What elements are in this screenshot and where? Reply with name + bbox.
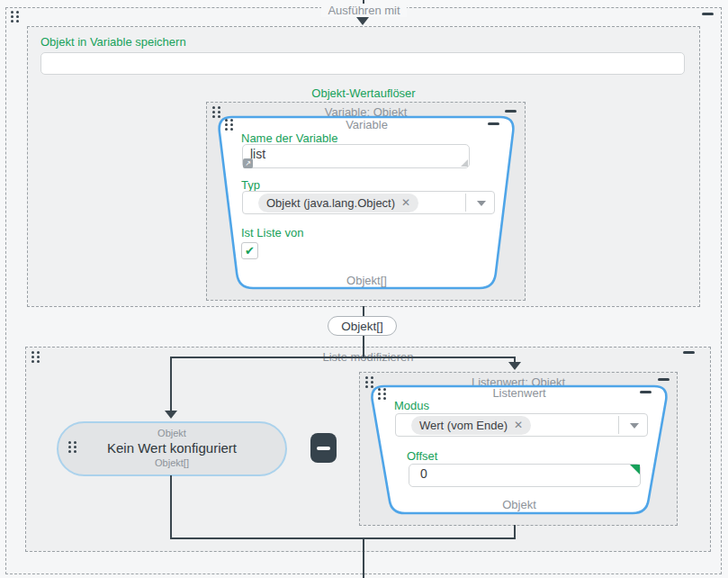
value-placeholder-slot[interactable]: Objekt Kein Wert konfiguriert Objekt[]: [57, 421, 287, 476]
connector-type-badge: Objekt[]: [328, 316, 397, 336]
remove-value-button[interactable]: [310, 433, 337, 463]
workflow-canvas: Ausführen mit Objekt in Variable speiche…: [0, 0, 728, 578]
object-resolver-label: Objekt-Wertauflöser: [28, 86, 699, 100]
remove-chip-icon[interactable]: ✕: [514, 419, 523, 431]
type-chip-label: Objekt (java.lang.Object): [266, 196, 395, 210]
minus-icon: [317, 447, 330, 450]
connector-line: [363, 538, 364, 578]
collapse-icon[interactable]: [488, 122, 499, 125]
offset-label: Offset: [407, 449, 437, 463]
chevron-down-icon[interactable]: [477, 201, 486, 206]
resize-handle-icon[interactable]: [461, 159, 468, 167]
slot-type-bottom: Objekt[]: [155, 457, 189, 470]
connector-line: [363, 336, 364, 357]
slot-message: Kein Wert konfiguriert: [107, 440, 237, 457]
is-list-label: Ist Liste von: [241, 226, 303, 239]
slot-type-top: Objekt: [157, 428, 186, 440]
expand-editor-icon[interactable]: ↗: [243, 158, 253, 168]
select-divider: [465, 194, 466, 212]
chevron-down-icon[interactable]: [630, 423, 639, 429]
collapse-icon[interactable]: [640, 391, 652, 393]
arrow-down-icon: [508, 362, 521, 370]
expression-corner-icon: [630, 465, 640, 474]
mode-label: Modus: [394, 399, 429, 412]
is-list-checkbox[interactable]: ✔: [241, 242, 258, 259]
mode-chip: Wert (vom Ende) ✕: [411, 416, 531, 435]
drag-handle-icon[interactable]: [68, 441, 76, 453]
mode-chip-label: Wert (vom Ende): [419, 419, 508, 432]
connector-line: [514, 525, 516, 538]
collapse-icon[interactable]: [683, 351, 695, 354]
connector-line: [170, 357, 516, 358]
offset-field[interactable]: 0: [409, 464, 641, 487]
store-variable-input[interactable]: [40, 52, 685, 75]
execute-with-label: Ausführen mit: [321, 4, 406, 17]
listvalue-object-container: Listenwert: Objekt Listenwert Modus Wert…: [359, 372, 678, 526]
store-object-label: Objekt in Variable speichern: [40, 35, 186, 49]
variable-output-type: Objekt[]: [207, 274, 526, 287]
variable-name-label: Name der Variable: [241, 131, 337, 145]
connector-line: [170, 537, 516, 539]
arrow-down-icon: [356, 17, 369, 25]
execute-with-label-row: Ausführen mit: [0, 2, 728, 18]
listvalue-block: Listenwert Modus Wert (vom Ende) ✕ Offse…: [360, 373, 679, 527]
select-divider: [618, 416, 619, 434]
arrow-down-icon: [165, 411, 177, 419]
variable-type-label: Typ: [241, 178, 260, 192]
offset-value: 0: [417, 466, 427, 481]
modify-list-container: Liste modifizieren Objekt Kein Wert konf…: [25, 347, 711, 552]
variable-type-select[interactable]: Objekt (java.lang.Object) ✕: [242, 191, 495, 214]
check-icon: ✔: [245, 244, 255, 257]
variable-block-title: Variable: [207, 118, 526, 131]
variable-block: Variable Name der Variable list ↗ Typ Ob…: [207, 103, 526, 302]
connector-line: [170, 357, 172, 411]
store-object-container: Objekt in Variable speichern Objekt-Wert…: [27, 26, 700, 307]
listvalue-block-title: Listenwert: [360, 386, 679, 400]
mode-select[interactable]: Wert (vom Ende) ✕: [395, 413, 648, 437]
connector-line: [170, 475, 172, 539]
variable-name-field[interactable]: list ↗: [242, 144, 470, 168]
remove-chip-icon[interactable]: ✕: [401, 196, 410, 209]
type-chip: Objekt (java.lang.Object) ✕: [258, 194, 418, 212]
variable-object-container: Variable: Objekt Variable Name der Varia…: [206, 102, 526, 301]
listvalue-output-type: Objekt: [360, 498, 679, 511]
